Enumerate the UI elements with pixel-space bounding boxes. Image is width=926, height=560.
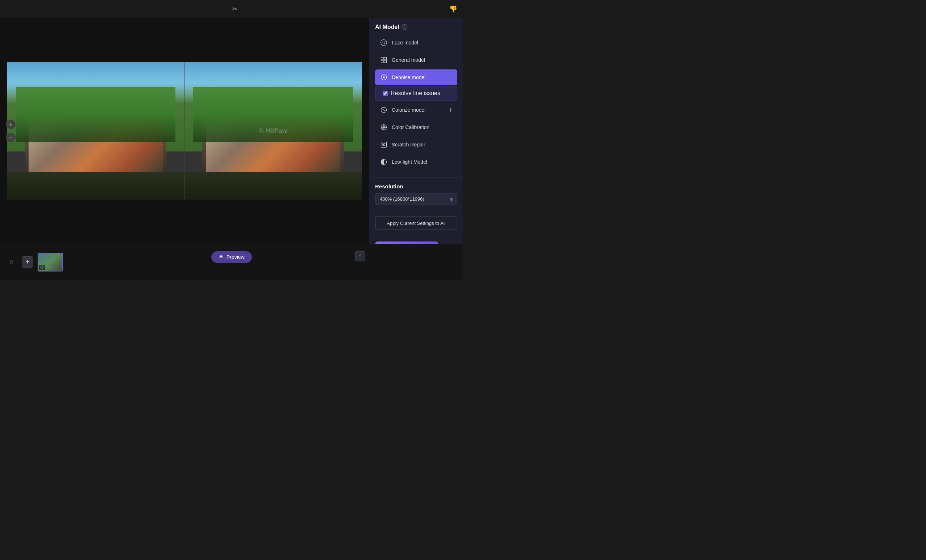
svg-rect-4 [384,57,387,60]
face-model-icon [380,38,388,47]
model-item-color-calibration[interactable]: Color Calibration [375,119,457,135]
preview-label: Preview [227,254,245,260]
ground-layer-left [7,172,184,199]
image-preview-container: © HitPaw [0,18,369,244]
svg-point-0 [381,40,387,46]
resolution-section: Resolution 400% (16800*11996) 200% (8400… [369,177,463,211]
svg-point-8 [383,77,384,78]
processed-image: © HitPaw [185,62,362,199]
zoom-controls: + − [6,119,16,142]
section-title-ai-model: AI Model i [375,24,457,30]
scratch-repair-icon [380,140,388,149]
general-model-label: General model [392,57,453,63]
face-model-label: Face model [392,40,453,45]
low-light-icon [380,158,388,166]
top-bar-center: ✂ [232,5,238,13]
denoise-model-label: Denoise model [392,74,453,80]
svg-rect-6 [384,60,387,63]
export-row: Export ⚙ [369,236,463,244]
resolve-line-issues-item[interactable]: Resolve line issues [375,86,457,101]
colorize-model-label: Colorize model [392,107,445,113]
top-bar-right: 👎 [449,5,457,13]
trees-detail-left [16,87,176,142]
original-image [7,62,185,199]
svg-point-2 [384,42,385,43]
download-icon[interactable]: ⬇ [449,107,453,113]
add-file-button[interactable]: + [22,256,33,268]
general-model-icon [380,56,388,64]
info-icon[interactable]: i [401,24,407,30]
resolution-wrapper: 400% (16800*11996) 200% (8400*5998) 100%… [375,193,457,205]
zoom-out-button[interactable]: − [6,132,16,142]
scratch-repair-label: Scratch Repair [392,142,453,148]
crop-icon[interactable]: ✂ [232,5,238,13]
home-button[interactable]: ⌂ [6,256,17,268]
thumbnail-item[interactable] [38,253,63,272]
right-sidebar: AI Model i Face model [369,18,463,244]
trees-detail-right [193,87,353,142]
eye-icon: 👁 [218,254,224,260]
collapse-button[interactable]: ⌃ [355,251,365,261]
resolution-select[interactable]: 400% (16800*11996) 200% (8400*5998) 100%… [375,193,457,205]
original-photo-sim [7,62,184,199]
main-content: + − [0,18,463,244]
svg-rect-3 [381,57,384,60]
feedback-icon[interactable]: 👎 [449,5,457,13]
resolve-checkbox-wrap: Resolve line issues [383,90,440,97]
model-item-colorize[interactable]: Colorize model ⬇ [375,102,457,118]
svg-rect-5 [381,60,384,63]
top-bar: ✂ 👎 [0,0,463,18]
processed-photo-sim: © HitPaw [185,62,362,199]
colorize-model-icon [380,106,388,114]
color-calibration-label: Color Calibration [392,124,453,130]
denoise-model-icon [380,73,388,82]
ai-model-section: AI Model i Face model [369,18,463,177]
color-calibration-icon [380,123,388,131]
canvas-area: + − [0,18,369,244]
resolve-line-issues-label: Resolve line issues [391,90,440,97]
thumbnail-badge [39,265,45,270]
resolution-title: Resolution [375,183,457,189]
model-item-denoise[interactable]: Denoise model [375,69,457,85]
model-item-low-light[interactable]: Low-light Model [375,154,457,170]
bottom-area: ⌂ + 👁 Preview ⌃ [0,244,463,280]
model-item-face[interactable]: Face model [375,35,457,51]
svg-point-1 [382,42,383,43]
apply-current-settings-button[interactable]: Apply Current Settings to All [375,217,457,230]
zoom-in-button[interactable]: + [6,119,16,130]
low-light-label: Low-light Model [392,159,453,165]
model-item-general[interactable]: General model [375,52,457,68]
ground-layer-right [185,172,362,199]
resolve-line-issues-checkbox[interactable] [383,91,388,96]
ai-model-title: AI Model [375,24,399,30]
model-item-scratch-repair[interactable]: Scratch Repair [375,137,457,152]
preview-button[interactable]: 👁 Preview [211,251,252,263]
